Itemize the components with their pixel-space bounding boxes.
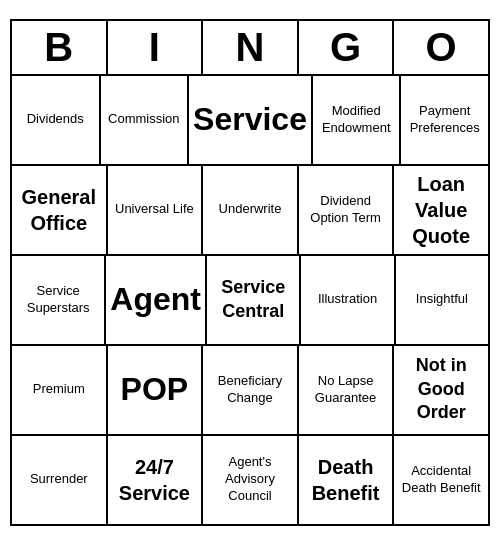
header-letter: G <box>299 21 395 76</box>
bingo-row: Service SuperstarsAgentService CentralIl… <box>12 256 488 346</box>
bingo-cell: No Lapse Guarantee <box>299 346 395 434</box>
bingo-cell: Dividends <box>12 76 101 164</box>
bingo-cell: Payment Preferences <box>401 76 488 164</box>
bingo-cell: Modified Endowment <box>313 76 402 164</box>
bingo-cell: Premium <box>12 346 108 434</box>
bingo-cell: Dividend Option Term <box>299 166 395 254</box>
bingo-grid: DividendsCommissionServiceModified Endow… <box>12 76 488 524</box>
bingo-card: BINGO DividendsCommissionServiceModified… <box>10 19 490 526</box>
header-letter: I <box>108 21 204 76</box>
bingo-cell: Death Benefit <box>299 436 395 524</box>
bingo-cell: Commission <box>101 76 190 164</box>
bingo-header: BINGO <box>12 21 488 76</box>
bingo-cell: Accidental Death Benefit <box>394 436 488 524</box>
bingo-cell: Underwrite <box>203 166 299 254</box>
bingo-cell: Beneficiary Change <box>203 346 299 434</box>
bingo-row: DividendsCommissionServiceModified Endow… <box>12 76 488 166</box>
bingo-cell: 24/7 Service <box>108 436 204 524</box>
header-letter: B <box>12 21 108 76</box>
bingo-row: Surrender24/7 ServiceAgent's Advisory Co… <box>12 436 488 524</box>
bingo-row: General OfficeUniversal LifeUnderwriteDi… <box>12 166 488 256</box>
bingo-cell: Illustration <box>301 256 395 344</box>
bingo-cell: Insightful <box>396 256 488 344</box>
bingo-cell: Agent <box>106 256 207 344</box>
bingo-cell: POP <box>108 346 204 434</box>
bingo-cell: Service Superstars <box>12 256 106 344</box>
bingo-cell: Service Central <box>207 256 301 344</box>
bingo-cell: Service <box>189 76 313 164</box>
bingo-cell: Not in Good Order <box>394 346 488 434</box>
header-letter: O <box>394 21 488 76</box>
bingo-cell: Loan Value Quote <box>394 166 488 254</box>
bingo-cell: Universal Life <box>108 166 204 254</box>
bingo-row: PremiumPOPBeneficiary ChangeNo Lapse Gua… <box>12 346 488 436</box>
bingo-cell: Surrender <box>12 436 108 524</box>
bingo-cell: General Office <box>12 166 108 254</box>
bingo-cell: Agent's Advisory Council <box>203 436 299 524</box>
header-letter: N <box>203 21 299 76</box>
